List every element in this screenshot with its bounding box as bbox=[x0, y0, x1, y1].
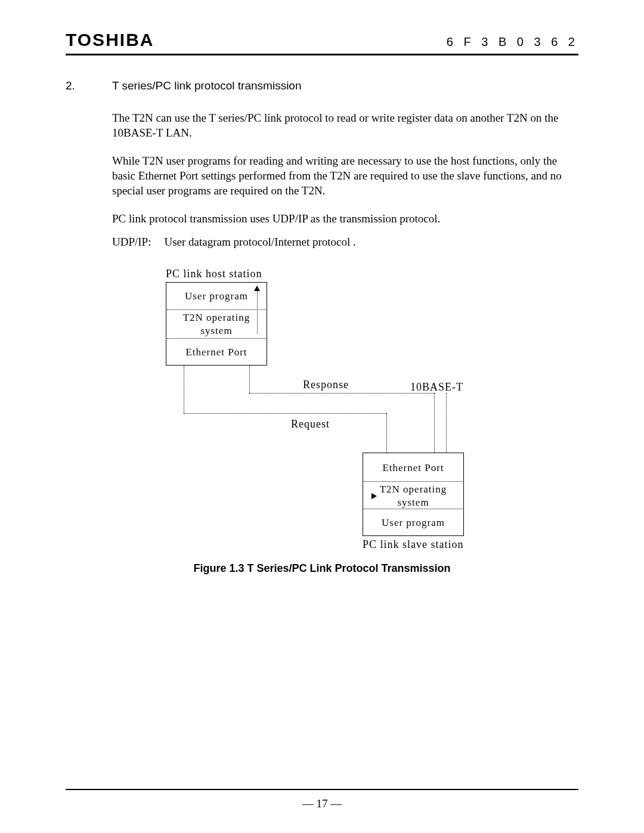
host-up-arrow-icon bbox=[254, 286, 260, 291]
document-code: 6 F 3 B 0 3 6 2 bbox=[447, 35, 578, 49]
udp-term: UDP/IP: bbox=[112, 234, 151, 249]
page-number: — 17 — bbox=[66, 797, 578, 810]
slave-rise-right bbox=[446, 393, 447, 453]
header-rule bbox=[66, 54, 578, 55]
response-line bbox=[249, 393, 434, 394]
udp-definition: UDP/IP: User datagram protocol/Internet … bbox=[112, 234, 578, 249]
body: The T2N can use the T series/PC link pro… bbox=[112, 110, 578, 250]
host-ethernet-port: Ethernet Port bbox=[166, 340, 267, 365]
paragraph-3: PC link protocol transmission uses UDP/I… bbox=[112, 211, 578, 226]
slave-rise-mid bbox=[434, 393, 435, 453]
host-up-arrow-line bbox=[257, 291, 258, 334]
host-sep-2 bbox=[167, 338, 266, 339]
section-heading: 2. T series/PC link protocol transmissio… bbox=[66, 79, 578, 92]
host-drop-left bbox=[184, 366, 184, 413]
paragraph-1: The T2N can use the T series/PC link pro… bbox=[112, 110, 578, 140]
brand-logo: TOSHIBA bbox=[66, 30, 154, 50]
host-drop-right bbox=[249, 366, 250, 393]
bus-label: 10BASE-T bbox=[410, 381, 463, 394]
page-header: TOSHIBA 6 F 3 B 0 3 6 2 bbox=[66, 30, 578, 54]
response-label: Response bbox=[303, 379, 349, 391]
host-t2n-os: T2N operating system bbox=[166, 311, 267, 337]
request-label: Request bbox=[291, 418, 330, 431]
slave-sep-1 bbox=[364, 481, 463, 482]
page: TOSHIBA 6 F 3 B 0 3 6 2 2. T series/PC l… bbox=[0, 0, 644, 833]
page-footer: — 17 — bbox=[66, 789, 578, 810]
figure-caption: Figure 1.3 T Series/PC Link Protocol Tra… bbox=[66, 562, 578, 575]
host-box: User program T2N operating system Ethern… bbox=[166, 282, 267, 366]
slave-ethernet-port: Ethernet Port bbox=[363, 456, 463, 481]
slave-arrow-right-icon bbox=[371, 493, 377, 499]
figure-diagram: PC link host station User program T2N op… bbox=[112, 268, 530, 548]
slave-box: Ethernet Port T2N operating system User … bbox=[363, 453, 464, 536]
slave-rise-left bbox=[386, 413, 387, 453]
host-station-label: PC link host station bbox=[166, 268, 262, 280]
request-line bbox=[184, 413, 386, 414]
slave-user-program: User program bbox=[363, 512, 463, 534]
slave-t2n-os: T2N operating system bbox=[363, 483, 463, 509]
paragraph-2: While T2N user programs for reading and … bbox=[112, 153, 578, 198]
host-sep-1 bbox=[167, 309, 266, 310]
host-user-program: User program bbox=[166, 285, 267, 308]
section-title: T series/PC link protocol transmission bbox=[112, 79, 301, 92]
section-number: 2. bbox=[66, 79, 112, 92]
slave-station-label: PC link slave station bbox=[363, 538, 464, 551]
udp-expansion: User datagram protocol/Internet protocol… bbox=[164, 234, 355, 249]
content: 2. T series/PC link protocol transmissio… bbox=[66, 57, 578, 575]
footer-rule bbox=[66, 789, 578, 790]
slave-sep-2 bbox=[364, 509, 463, 509]
